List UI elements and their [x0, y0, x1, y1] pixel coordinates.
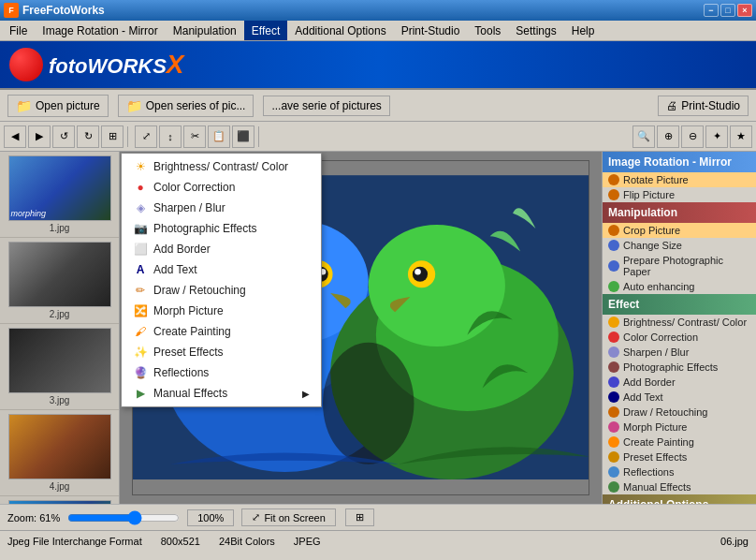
print-studio-button[interactable]: 🖨 Print-Studio [658, 96, 749, 116]
rp-auto[interactable]: Auto enhancing [603, 279, 756, 294]
menu-manipulation[interactable]: Manipulation [166, 21, 244, 40]
thumb-item-2[interactable]: 2.jpg [0, 238, 119, 324]
thumb-item-3[interactable]: 3.jpg [0, 324, 119, 410]
addopt-header[interactable]: Additional Options [603, 494, 756, 504]
rp-drawretouching[interactable]: Draw / Retouching [603, 405, 756, 420]
toolbar-btn-3[interactable]: ↺ [52, 125, 75, 148]
folder-series-icon: 📁 [126, 98, 142, 113]
toolbar-btn-1[interactable]: ◀ [4, 125, 26, 148]
submenu-arrow: ▶ [302, 389, 310, 399]
thumb-image-2 [8, 242, 111, 307]
toolbar-btn-right-1[interactable]: 🔍 [632, 125, 655, 148]
menu-print[interactable]: Print-Studio [394, 21, 468, 40]
draw-rp-dot [608, 406, 619, 418]
thumb-item-1[interactable]: morphing 1.jpg [0, 152, 119, 238]
rp-border[interactable]: Add Border [603, 375, 756, 390]
rp-brightness[interactable]: Brightness/ Contrast/ Color [603, 315, 756, 330]
thumb-item-4[interactable]: 4.jpg [0, 410, 119, 496]
manipulation-header[interactable]: Manipulation [603, 202, 756, 223]
rp-preset[interactable]: Preset Effects [603, 449, 756, 464]
rp-flip-label: Flip Picture [623, 189, 675, 200]
menu-effect[interactable]: Effect [244, 21, 287, 40]
rp-crop[interactable]: Crop Picture [603, 223, 756, 238]
menu-settings[interactable]: Settings [508, 21, 563, 40]
rp-flip[interactable]: Flip Picture [603, 187, 756, 202]
rp-sharpen[interactable]: Sharpen / Blur [603, 345, 756, 360]
toolbar-sep-1 [127, 126, 131, 147]
dd-text[interactable]: A Add Text [122, 259, 321, 280]
brightness-icon: ☀ [133, 159, 148, 174]
toolbar-btn-right-5[interactable]: ★ [730, 125, 752, 148]
maximize-button[interactable]: □ [720, 4, 735, 17]
fullscreen-button[interactable]: ⊞ [345, 508, 374, 526]
zoom-100-button[interactable]: 100% [187, 509, 234, 526]
dd-morph[interactable]: 🔀 Morph Picture [122, 301, 321, 321]
rp-addtext[interactable]: Add Text [603, 390, 756, 405]
toolbar-btn-7[interactable]: ↕ [159, 125, 182, 148]
fit-on-screen-button[interactable]: ⤢ Fit on Screen [241, 508, 335, 526]
rp-prepare[interactable]: Prepare Photographic Paper [603, 253, 756, 279]
rp-morph[interactable]: Morph Picture [603, 420, 756, 435]
dd-photographic-label: Photographic Effects [153, 222, 257, 235]
color-correction-icon: ● [133, 180, 148, 195]
rp-manual[interactable]: Manual Effects [603, 479, 756, 494]
dd-draw-label: Draw / Retouching [153, 284, 246, 297]
logo-text: fotoWORKSX [49, 50, 184, 80]
dd-border[interactable]: ⬜ Add Border [122, 239, 321, 259]
open-series-button[interactable]: 📁 Open series of pic... [118, 95, 254, 117]
dd-sharpen[interactable]: ◈ Sharpen / Blur [122, 198, 321, 218]
toolbar-btn-4[interactable]: ↻ [77, 125, 99, 148]
dd-painting[interactable]: 🖌 Create Painting [122, 321, 321, 342]
toolbar-btn-6[interactable]: ⤢ [135, 125, 157, 148]
statusbar: Jpeg File Interchange Format 800x521 24B… [0, 530, 756, 551]
toolbar-btn-9[interactable]: 📋 [208, 125, 230, 148]
dd-manual[interactable]: ▶ Manual Effects ▶ [122, 383, 321, 404]
zoom-100-label: 100% [197, 512, 224, 523]
status-format: Jpeg File Interchange Format [7, 536, 142, 547]
dd-color-correction[interactable]: ● Color Correction [122, 177, 321, 198]
rp-auto-label: Auto enhancing [623, 281, 694, 292]
minimize-button[interactable]: − [704, 4, 719, 17]
manual-icon: ▶ [133, 386, 148, 401]
save-series-button[interactable]: ...ave serie of pictures [263, 96, 389, 116]
toolbar-btn-5[interactable]: ⊞ [101, 125, 124, 148]
menu-rotation[interactable]: Image Rotation - Mirror [35, 21, 165, 40]
toolbar-btn-right-4[interactable]: ✦ [705, 125, 728, 148]
dd-photographic[interactable]: 📷 Photographic Effects [122, 218, 321, 239]
rp-createpainting[interactable]: Create Painting [603, 435, 756, 449]
rp-reflections[interactable]: Reflections [603, 464, 756, 479]
dd-preset-label: Preset Effects [153, 346, 223, 359]
rp-photo[interactable]: Photographic Effects [603, 360, 756, 375]
painting-rp-dot [608, 436, 619, 448]
rotation-header[interactable]: Image Rotation - Mirror [603, 152, 756, 172]
close-button[interactable]: × [737, 4, 752, 17]
toolbar-btn-2[interactable]: ▶ [28, 125, 51, 148]
open-picture-button[interactable]: 📁 Open picture [7, 95, 109, 117]
dd-reflections[interactable]: 🔮 Reflections [122, 362, 321, 383]
folder-icon: 📁 [16, 98, 32, 113]
dd-preset[interactable]: ✨ Preset Effects [122, 342, 321, 362]
toolbar-btn-8[interactable]: ✂ [183, 125, 206, 148]
menu-additional[interactable]: Additional Options [287, 21, 393, 40]
rp-rotate[interactable]: Rotate Picture [603, 172, 756, 187]
save-series-label: ...ave serie of pictures [271, 99, 381, 112]
rp-colorcorrect[interactable]: Color Correction [603, 330, 756, 345]
effect-header[interactable]: Effect [603, 294, 756, 315]
effect-section: Effect Brightness/ Contrast/ Color Color… [603, 294, 756, 494]
thumb-image-3 [8, 328, 111, 393]
thumbnail-panel: morphing 1.jpg 2.jpg 3.jpg 4.jpg 5.jpg [0, 152, 120, 504]
menu-help[interactable]: Help [564, 21, 603, 40]
dd-sharpen-label: Sharpen / Blur [153, 201, 225, 214]
rp-changesize[interactable]: Change Size [603, 238, 756, 253]
dd-brightness[interactable]: ☀ Brightness/ Contrast/ Color [122, 156, 321, 177]
rp-manual-label: Manual Effects [623, 481, 691, 493]
thumb-item-5[interactable]: 5.jpg [0, 496, 119, 504]
toolbar-btn-right-2[interactable]: ⊕ [657, 125, 679, 148]
dd-draw[interactable]: ✏ Draw / Retouching [122, 280, 321, 301]
menu-file[interactable]: File [2, 21, 35, 40]
addtext-dot [608, 391, 619, 403]
toolbar-btn-10[interactable]: ⬛ [232, 125, 254, 148]
zoom-slider[interactable] [67, 510, 180, 525]
toolbar-btn-right-3[interactable]: ⊖ [681, 125, 704, 148]
menu-tools[interactable]: Tools [467, 21, 508, 40]
